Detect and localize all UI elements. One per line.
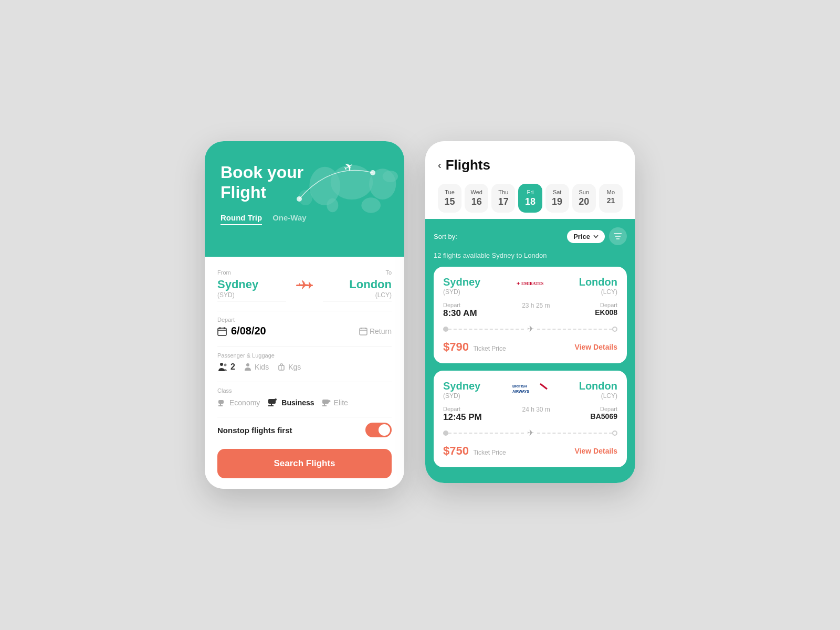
- card1-duration: 23 h 25 m: [522, 302, 550, 309]
- class-business[interactable]: Business: [267, 398, 314, 407]
- date-mo-21[interactable]: Mo 21: [599, 184, 623, 213]
- svg-text:✈: ✈: [298, 278, 309, 292]
- flight-card-british: Sydney (SYD) BRITISH AIRWAYS London (LCY…: [434, 371, 627, 467]
- calendar-return-icon: [359, 327, 368, 335]
- results-header: ‹ Flights Tue 15 Wed 16 Thu 17 Fri: [425, 141, 635, 219]
- svg-rect-34: [322, 400, 329, 404]
- flight-line-2: ✈: [443, 428, 617, 438]
- date-thu-17[interactable]: Thu 17: [491, 184, 515, 213]
- svg-line-44: [540, 384, 547, 389]
- card1-from-code: (SYD): [443, 288, 480, 296]
- svg-point-33: [275, 398, 277, 401]
- to-code: (LCY): [323, 291, 392, 301]
- from-city: Sydney: [217, 278, 286, 291]
- date-strip: Tue 15 Wed 16 Thu 17 Fri 18 Sat 19: [438, 184, 623, 219]
- departure-dot: [443, 327, 448, 332]
- emirates-logo: ✈ EMIRATES: [514, 277, 545, 295]
- toggle-knob: [379, 424, 390, 436]
- booking-form: From Sydney (SYD) ✈ To London (LCY): [205, 257, 404, 489]
- svg-point-24: [246, 363, 249, 366]
- seat-economy-icon: [217, 398, 227, 407]
- trip-type-tabs: Round Trip One-Way: [220, 213, 388, 225]
- svg-rect-30: [268, 399, 276, 404]
- depart-label: Depart: [217, 317, 392, 323]
- to-field[interactable]: To London (LCY): [323, 269, 392, 301]
- card1-flight-num: EK008: [595, 308, 617, 317]
- card1-from-city: Sydney: [443, 276, 480, 288]
- results-body: Sort by: Price: [425, 219, 635, 483]
- card2-to-city: London: [579, 380, 617, 392]
- card2-price-label: Ticket Price: [473, 449, 506, 456]
- card1-to-code: (LCY): [579, 288, 617, 296]
- card2-view-details[interactable]: View Details: [575, 447, 617, 455]
- return-date[interactable]: Return: [359, 327, 392, 335]
- booking-title: Book your Flight: [220, 162, 388, 203]
- class-label: Class: [217, 387, 392, 394]
- sort-dropdown[interactable]: Price: [567, 230, 605, 243]
- filter-button[interactable]: [609, 227, 627, 245]
- card1-view-details[interactable]: View Details: [575, 343, 617, 351]
- svg-point-22: [220, 363, 223, 366]
- svg-rect-18: [360, 328, 367, 335]
- booking-header: ✈ Book your Flight Round Trip One-Way: [205, 141, 404, 257]
- date-sun-20[interactable]: Sun 20: [572, 184, 596, 213]
- luggage-field[interactable]: Kgs: [277, 363, 301, 371]
- svg-rect-27: [218, 400, 224, 404]
- tab-one-way[interactable]: One-Way: [272, 213, 306, 225]
- sort-row: Sort by: Price: [434, 227, 627, 245]
- class-elite[interactable]: Elite: [322, 398, 348, 407]
- card2-flight-num: BA5069: [591, 412, 617, 421]
- from-code: (SYD): [217, 291, 286, 301]
- card1-depart-time: 8:30 AM: [443, 308, 477, 319]
- class-economy[interactable]: Economy: [217, 398, 260, 407]
- card2-price: $750: [443, 444, 469, 457]
- from-field[interactable]: From Sydney (SYD): [217, 269, 286, 301]
- calendar-icon: [217, 327, 227, 336]
- plane-icon-2: ✈: [527, 428, 534, 438]
- passengers-icon: [217, 362, 228, 372]
- back-button[interactable]: ‹: [438, 159, 442, 171]
- luggage-icon: [277, 363, 286, 371]
- card1-price-row: $790 Ticket Price: [443, 340, 506, 354]
- svg-text:AIRWAYS: AIRWAYS: [512, 390, 529, 393]
- plane-icon: ✈: [527, 324, 534, 334]
- arrival-dot-2: [612, 430, 617, 436]
- from-label: From: [217, 269, 286, 276]
- date-tue-15[interactable]: Tue 15: [438, 184, 461, 213]
- card2-depart-time: 12:45 PM: [443, 412, 482, 423]
- card2-duration: 24 h 30 m: [522, 406, 550, 413]
- phone1-booking: ✈ Book your Flight Round Trip One-Way Fr…: [205, 141, 404, 489]
- available-text: 12 flights available Sydney to London: [434, 251, 627, 259]
- date-fri-18[interactable]: Fri 18: [518, 184, 542, 213]
- card1-to-city: London: [579, 276, 617, 288]
- page-title: Flights: [446, 157, 490, 173]
- pax-label: Passenger & Luggage: [217, 352, 392, 359]
- departure-dot-2: [443, 430, 448, 436]
- sort-label: Sort by:: [434, 233, 457, 240]
- svg-rect-14: [218, 328, 226, 335]
- dates-row: Depart 6/08/20: [217, 317, 392, 337]
- svg-point-23: [224, 364, 227, 366]
- route-row: From Sydney (SYD) ✈ To London (LCY): [217, 269, 392, 301]
- to-city: London: [323, 278, 392, 291]
- search-flights-button[interactable]: Search Flights: [217, 449, 392, 478]
- card2-to-code: (LCY): [579, 392, 617, 400]
- date-sat-19[interactable]: Sat 19: [545, 184, 569, 213]
- adult-count[interactable]: 2: [217, 362, 235, 372]
- nonstop-toggle[interactable]: [365, 423, 392, 437]
- kids-field[interactable]: Kids: [244, 363, 269, 371]
- card2-price-row: $750 Ticket Price: [443, 444, 506, 458]
- seat-business-icon: [267, 398, 279, 407]
- card2-from-city: Sydney: [443, 380, 480, 392]
- route-swap-icon[interactable]: ✈: [291, 276, 318, 301]
- tab-round-trip[interactable]: Round Trip: [220, 213, 262, 225]
- svg-text:✈ EMIRATES: ✈ EMIRATES: [517, 281, 544, 286]
- phone2-results: ‹ Flights Tue 15 Wed 16 Thu 17 Fri: [425, 141, 635, 483]
- svg-text:BRITISH: BRITISH: [512, 384, 527, 388]
- depart-date[interactable]: 6/08/20: [217, 325, 266, 337]
- card2-from-code: (SYD): [443, 392, 480, 400]
- flight-line-1: ✈: [443, 324, 617, 334]
- date-wed-16[interactable]: Wed 16: [465, 184, 488, 213]
- class-row: Class Economy: [217, 387, 392, 407]
- card1-price-label: Ticket Price: [473, 345, 506, 352]
